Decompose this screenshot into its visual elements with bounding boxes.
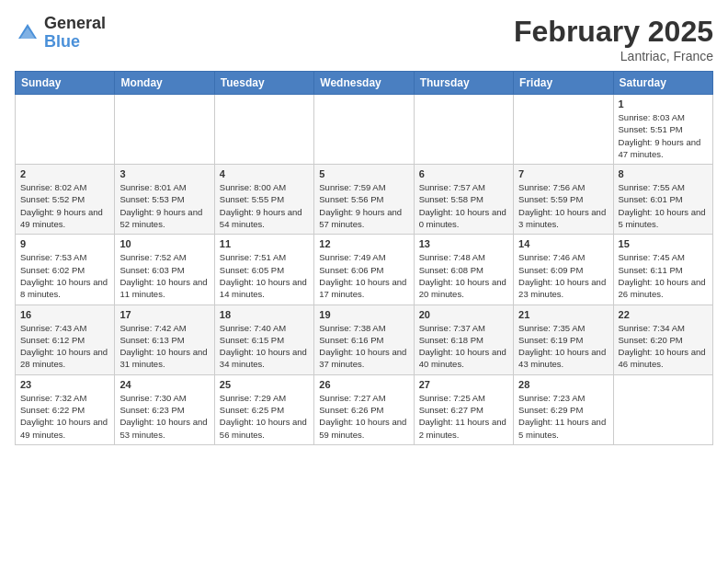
day-info: Sunrise: 7:34 AM Sunset: 6:20 PM Dayligh… xyxy=(619,322,708,371)
calendar-week-row: 23Sunrise: 7:32 AM Sunset: 6:22 PM Dayli… xyxy=(16,374,713,444)
day-number: 20 xyxy=(419,309,508,320)
logo-icon xyxy=(15,20,40,46)
page-header: General Blue February 2025 Lantriac, Fra… xyxy=(15,15,713,63)
day-info: Sunrise: 7:35 AM Sunset: 6:19 PM Dayligh… xyxy=(518,322,608,371)
day-number: 21 xyxy=(518,309,608,320)
calendar-day xyxy=(514,95,613,165)
day-info: Sunrise: 7:48 AM Sunset: 6:08 PM Dayligh… xyxy=(419,251,508,300)
calendar-day: 21Sunrise: 7:35 AM Sunset: 6:19 PM Dayli… xyxy=(514,304,613,374)
calendar-day: 4Sunrise: 8:00 AM Sunset: 5:55 PM Daylig… xyxy=(214,165,313,235)
calendar-week-row: 1Sunrise: 8:03 AM Sunset: 5:51 PM Daylig… xyxy=(16,95,713,165)
day-number: 1 xyxy=(619,98,708,109)
calendar-day: 19Sunrise: 7:38 AM Sunset: 6:16 PM Dayli… xyxy=(314,304,414,374)
day-info: Sunrise: 7:56 AM Sunset: 5:59 PM Dayligh… xyxy=(518,181,608,230)
calendar-day xyxy=(214,95,313,165)
location: Lantriac, France xyxy=(514,49,713,63)
calendar-day: 13Sunrise: 7:48 AM Sunset: 6:08 PM Dayli… xyxy=(414,235,513,304)
col-thursday: Thursday xyxy=(414,72,513,95)
day-info: Sunrise: 8:01 AM Sunset: 5:53 PM Dayligh… xyxy=(119,181,209,230)
calendar-day: 18Sunrise: 7:40 AM Sunset: 6:15 PM Dayli… xyxy=(214,304,313,374)
day-info: Sunrise: 7:32 AM Sunset: 6:22 PM Dayligh… xyxy=(20,392,109,441)
calendar-week-row: 9Sunrise: 7:53 AM Sunset: 6:02 PM Daylig… xyxy=(16,235,713,304)
calendar-day: 5Sunrise: 7:59 AM Sunset: 5:56 PM Daylig… xyxy=(314,165,414,235)
calendar-day: 27Sunrise: 7:25 AM Sunset: 6:27 PM Dayli… xyxy=(414,374,513,444)
calendar-day: 22Sunrise: 7:34 AM Sunset: 6:20 PM Dayli… xyxy=(613,304,712,374)
day-number: 23 xyxy=(20,379,109,390)
day-number: 13 xyxy=(419,238,508,249)
day-info: Sunrise: 7:37 AM Sunset: 6:18 PM Dayligh… xyxy=(419,322,508,371)
logo-text: General Blue xyxy=(44,15,106,52)
day-info: Sunrise: 7:59 AM Sunset: 5:56 PM Dayligh… xyxy=(319,181,408,230)
day-info: Sunrise: 7:30 AM Sunset: 6:23 PM Dayligh… xyxy=(119,392,209,441)
day-number: 16 xyxy=(20,309,109,320)
day-number: 28 xyxy=(518,379,608,390)
col-saturday: Saturday xyxy=(613,72,712,95)
day-info: Sunrise: 7:49 AM Sunset: 6:06 PM Dayligh… xyxy=(319,251,408,300)
calendar-day xyxy=(16,95,115,165)
col-wednesday: Wednesday xyxy=(314,72,414,95)
calendar-day: 7Sunrise: 7:56 AM Sunset: 5:59 PM Daylig… xyxy=(514,165,613,235)
calendar-day: 26Sunrise: 7:27 AM Sunset: 6:26 PM Dayli… xyxy=(314,374,414,444)
title-block: February 2025 Lantriac, France xyxy=(514,15,713,63)
calendar-day: 8Sunrise: 7:55 AM Sunset: 6:01 PM Daylig… xyxy=(613,165,712,235)
calendar-day: 15Sunrise: 7:45 AM Sunset: 6:11 PM Dayli… xyxy=(613,235,712,304)
day-number: 9 xyxy=(20,238,109,249)
calendar-day: 6Sunrise: 7:57 AM Sunset: 5:58 PM Daylig… xyxy=(414,165,513,235)
day-number: 17 xyxy=(119,309,209,320)
day-number: 10 xyxy=(119,238,209,249)
calendar-day: 23Sunrise: 7:32 AM Sunset: 6:22 PM Dayli… xyxy=(16,374,115,444)
day-info: Sunrise: 7:42 AM Sunset: 6:13 PM Dayligh… xyxy=(119,322,209,371)
calendar-day: 1Sunrise: 8:03 AM Sunset: 5:51 PM Daylig… xyxy=(613,95,712,165)
day-number: 27 xyxy=(419,379,508,390)
calendar-day: 20Sunrise: 7:37 AM Sunset: 6:18 PM Dayli… xyxy=(414,304,513,374)
day-number: 19 xyxy=(319,309,408,320)
day-number: 26 xyxy=(319,379,408,390)
logo: General Blue xyxy=(15,15,106,52)
day-number: 12 xyxy=(319,238,408,249)
calendar-day xyxy=(115,95,214,165)
day-number: 6 xyxy=(419,168,508,179)
day-info: Sunrise: 8:00 AM Sunset: 5:55 PM Dayligh… xyxy=(220,181,309,230)
day-number: 2 xyxy=(20,168,109,179)
day-info: Sunrise: 7:52 AM Sunset: 6:03 PM Dayligh… xyxy=(119,251,209,300)
day-info: Sunrise: 7:38 AM Sunset: 6:16 PM Dayligh… xyxy=(319,322,408,371)
day-number: 4 xyxy=(220,168,309,179)
day-info: Sunrise: 7:51 AM Sunset: 6:05 PM Dayligh… xyxy=(220,251,309,300)
day-info: Sunrise: 7:53 AM Sunset: 6:02 PM Dayligh… xyxy=(20,251,109,300)
calendar-day: 12Sunrise: 7:49 AM Sunset: 6:06 PM Dayli… xyxy=(314,235,414,304)
calendar-day: 11Sunrise: 7:51 AM Sunset: 6:05 PM Dayli… xyxy=(214,235,313,304)
calendar-day: 25Sunrise: 7:29 AM Sunset: 6:25 PM Dayli… xyxy=(214,374,313,444)
day-number: 11 xyxy=(220,238,309,249)
day-info: Sunrise: 8:02 AM Sunset: 5:52 PM Dayligh… xyxy=(20,181,109,230)
day-info: Sunrise: 8:03 AM Sunset: 5:51 PM Dayligh… xyxy=(619,111,708,160)
calendar-week-row: 16Sunrise: 7:43 AM Sunset: 6:12 PM Dayli… xyxy=(16,304,713,374)
calendar-day: 16Sunrise: 7:43 AM Sunset: 6:12 PM Dayli… xyxy=(16,304,115,374)
col-friday: Friday xyxy=(514,72,613,95)
day-info: Sunrise: 7:43 AM Sunset: 6:12 PM Dayligh… xyxy=(20,322,109,371)
day-info: Sunrise: 7:40 AM Sunset: 6:15 PM Dayligh… xyxy=(220,322,309,371)
calendar-day: 14Sunrise: 7:46 AM Sunset: 6:09 PM Dayli… xyxy=(514,235,613,304)
day-info: Sunrise: 7:45 AM Sunset: 6:11 PM Dayligh… xyxy=(619,251,708,300)
calendar-day xyxy=(613,374,712,444)
day-number: 15 xyxy=(619,238,708,249)
day-number: 25 xyxy=(220,379,309,390)
col-sunday: Sunday xyxy=(16,72,115,95)
calendar-header-row: Sunday Monday Tuesday Wednesday Thursday… xyxy=(16,72,713,95)
day-info: Sunrise: 7:55 AM Sunset: 6:01 PM Dayligh… xyxy=(619,181,708,230)
calendar-day: 17Sunrise: 7:42 AM Sunset: 6:13 PM Dayli… xyxy=(115,304,214,374)
day-number: 3 xyxy=(119,168,209,179)
day-info: Sunrise: 7:23 AM Sunset: 6:29 PM Dayligh… xyxy=(518,392,608,441)
day-number: 22 xyxy=(619,309,708,320)
calendar-table: Sunday Monday Tuesday Wednesday Thursday… xyxy=(15,71,713,445)
calendar-day xyxy=(314,95,414,165)
col-monday: Monday xyxy=(115,72,214,95)
calendar-day: 10Sunrise: 7:52 AM Sunset: 6:03 PM Dayli… xyxy=(115,235,214,304)
calendar-week-row: 2Sunrise: 8:02 AM Sunset: 5:52 PM Daylig… xyxy=(16,165,713,235)
day-info: Sunrise: 7:29 AM Sunset: 6:25 PM Dayligh… xyxy=(220,392,309,441)
calendar-day xyxy=(414,95,513,165)
calendar-day: 24Sunrise: 7:30 AM Sunset: 6:23 PM Dayli… xyxy=(115,374,214,444)
day-number: 8 xyxy=(619,168,708,179)
day-info: Sunrise: 7:27 AM Sunset: 6:26 PM Dayligh… xyxy=(319,392,408,441)
day-number: 24 xyxy=(119,379,209,390)
calendar-day: 3Sunrise: 8:01 AM Sunset: 5:53 PM Daylig… xyxy=(115,165,214,235)
